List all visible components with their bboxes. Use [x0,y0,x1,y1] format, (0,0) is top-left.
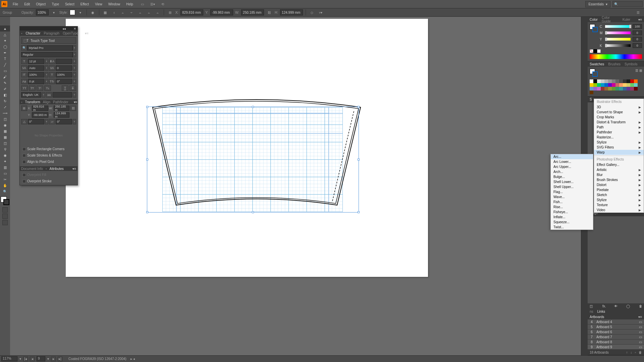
tab-artboards[interactable]: Artboards [590,315,604,319]
tab-symbols[interactable]: Symbols [625,62,637,66]
last-artboard-button[interactable]: ▸| [58,357,62,361]
tab-color-guide[interactable]: Color Guide [602,16,619,23]
type-tool[interactable]: T [0,56,10,62]
overprint-stroke-checkbox[interactable] [22,180,26,183]
shape-builder-tool[interactable]: ◉ [0,122,10,128]
strikethrough-button[interactable]: T [69,85,76,91]
baseline-input[interactable]: 0 pt [28,79,44,84]
artboard-row[interactable]: 9Artboard 9▭ [588,345,644,350]
swatch[interactable] [619,79,623,83]
artboard-row[interactable]: 5Artboard 5▭ [588,324,644,329]
eyedropper-tool[interactable]: ⚲ [0,146,10,152]
warp-item-squeeze---[interactable]: Squeeze... [551,220,593,225]
artboard-row[interactable]: 6Artboard 6▭ [588,329,644,335]
artboard-tool[interactable]: ▭ [0,170,10,176]
swatch[interactable] [634,87,638,90]
fx-item-blur[interactable]: Blur▶ [594,172,644,177]
fx-item-distort---transform[interactable]: Distort & Transform▶ [594,120,644,125]
align-center-icon[interactable]: ⫠ [119,9,126,16]
swatch[interactable] [593,79,597,83]
tab-character[interactable]: Character [26,32,41,35]
fx-item-pathfinder[interactable]: Pathfinder▶ [594,130,644,135]
color-spectrum[interactable] [590,54,642,59]
warp-item-rise---[interactable]: Rise... [551,204,593,209]
kerning-input[interactable]: Auto [28,65,44,71]
tab-transform[interactable]: Transform [25,100,40,104]
black-slider[interactable] [605,44,631,47]
color-fill-stroke[interactable] [590,24,598,32]
rectangle-tool[interactable]: ▭ [0,68,10,74]
tracking-input[interactable]: 0 [56,65,72,71]
artboard-row[interactable]: 8Artboard 8▭ [588,340,644,345]
shape-icon[interactable]: ◇ [309,9,315,16]
warp-item-arc-upper---[interactable]: Arc Upper... [551,164,593,169]
artboard-up-icon[interactable]: ↑ [626,351,628,354]
transform-y-input[interactable]: -99.983 m [32,112,48,118]
artboard-row[interactable]: 7Artboard 7▭ [588,335,644,340]
tab-opentype[interactable]: OpenType [63,32,78,35]
swatch[interactable] [630,79,634,83]
link-icon[interactable]: ⛓ [70,106,76,111]
superscript-button[interactable]: T¹ [37,85,43,91]
font-size-input[interactable]: 12 pt [28,59,44,64]
transform-x-input[interactable]: 829.816 m [32,106,48,111]
opacity-input[interactable]: 100% [36,9,49,15]
search-box[interactable]: 🔍 [612,1,643,7]
none-swatch[interactable] [590,49,593,53]
warp-item-inflate---[interactable]: Inflate... [551,215,593,220]
swatch[interactable] [597,83,601,87]
free-transform-tool[interactable]: ◫ [0,116,10,122]
menu-view[interactable]: View [92,1,105,7]
layout-icon[interactable]: ▭ [139,1,146,7]
language-dropdown[interactable]: English: UK [21,92,41,98]
fx-item-texture[interactable]: Texture▶ [594,202,644,207]
arrange-icon[interactable]: ☰▾ [149,1,156,7]
menu-window[interactable]: Window [106,1,123,7]
align-middle-icon[interactable]: ⫠ [146,9,152,16]
tab-docinfo[interactable]: Document Info [21,167,43,171]
swatch[interactable] [612,79,615,83]
swatch[interactable] [634,83,638,87]
more-icon[interactable]: ☰ [635,9,641,16]
symbol-tool[interactable]: ✦ [0,158,10,164]
swatch[interactable] [608,83,612,87]
align-top-icon[interactable]: ⫠ [137,9,144,16]
fx-item-brush-strokes[interactable]: Brush Strokes▶ [594,177,644,182]
sync-icon[interactable]: ⟲ [159,1,166,7]
scale-strokes-checkbox[interactable] [22,154,26,157]
slice-tool[interactable]: ✂ [0,176,10,182]
tab-kuler[interactable]: Kuler [623,18,630,21]
rotate-input[interactable]: 0° [28,119,44,124]
tab-links[interactable]: Links [597,310,605,313]
swatch[interactable] [627,79,630,83]
eraser-tool[interactable]: ◧ [0,92,10,98]
swatch[interactable] [590,90,593,94]
envelope-icon[interactable]: ▿▾ [317,9,324,16]
font-search-icon[interactable]: 🔍 [21,45,27,51]
pencil-tool[interactable]: ✎ [0,80,10,86]
warp-item-wave---[interactable]: Wave... [551,194,593,199]
smallcaps-button[interactable]: Tᴛ [29,85,36,91]
align-right-icon[interactable]: ⫟ [128,9,135,16]
zoom-tool[interactable]: 🔍 [0,188,10,194]
lasso-tool[interactable]: ◯ [0,44,10,50]
fx-item-stylize[interactable]: Stylize▶ [594,140,644,145]
warp-item-shell-upper---[interactable]: Shell Upper... [551,184,593,189]
draw-mode-icon[interactable] [2,214,8,219]
menu-file[interactable]: File [10,1,21,7]
touch-type-button[interactable]: ⬚TTouch Type Tool [21,37,76,44]
tab-stroke-collapsed[interactable]: S [590,98,592,101]
warp-item-arc-lower---[interactable]: Arc Lower... [551,159,593,164]
subscript-button[interactable]: T₁ [44,85,51,91]
allcaps-button[interactable]: TT [21,85,28,91]
perspective-tool[interactable]: ▦ [0,128,10,134]
swatch[interactable] [630,83,634,87]
swatch[interactable] [597,79,601,83]
swatch[interactable] [593,83,597,87]
warp-item-twist---[interactable]: Twist... [551,225,593,230]
next-artboard-button[interactable]: ▸ [51,357,56,361]
swatch-fill-stroke[interactable] [590,69,598,77]
tab-color[interactable]: Color [590,18,598,21]
canvas[interactable] [10,17,581,355]
leading-input[interactable] [56,59,72,64]
